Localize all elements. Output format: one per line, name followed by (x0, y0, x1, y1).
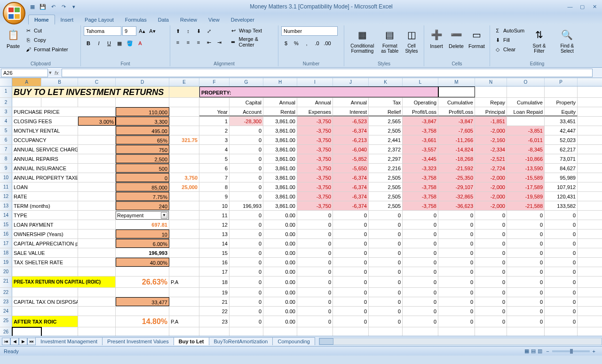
cell[interactable] (230, 327, 263, 336)
cell[interactable]: 0 (475, 239, 507, 248)
clear-button[interactable]: ◇Clear (493, 45, 525, 54)
cell[interactable]: 0 (333, 288, 369, 297)
cell[interactable]: 0 (438, 211, 475, 220)
cell[interactable]: 3,861.00 (263, 164, 297, 173)
cell[interactable]: 3,861.00 (263, 135, 297, 144)
cell[interactable] (12, 288, 78, 297)
qat-dropdown-icon[interactable]: ▾ (70, 2, 78, 11)
cell[interactable]: 0 (297, 211, 333, 220)
cell[interactable] (169, 229, 199, 238)
cell[interactable]: -6,523 (333, 117, 369, 126)
maximize-button[interactable]: ▢ (577, 3, 588, 10)
cell[interactable]: 10 (116, 229, 169, 238)
cell[interactable]: 0 (230, 182, 263, 191)
cell[interactable]: 2,216 (369, 164, 403, 173)
first-sheet-button[interactable]: ⏮ (2, 338, 10, 345)
cell[interactable]: -11,266 (438, 135, 475, 144)
cell[interactable]: OWNERSHIP (Years) (12, 229, 78, 238)
cell[interactable] (78, 154, 116, 163)
cell[interactable] (78, 211, 116, 220)
row-header-21[interactable]: 21 (0, 277, 12, 287)
cell[interactable]: 0 (230, 173, 263, 182)
col-header-G[interactable]: G (230, 78, 263, 86)
cell[interactable]: -3,750 (297, 154, 333, 163)
cell[interactable]: 0 (475, 267, 507, 276)
cell[interactable]: 2,372 (369, 145, 403, 154)
type-dropdown[interactable]: Repayment▼ (116, 211, 169, 220)
cell[interactable] (78, 258, 116, 267)
cell[interactable]: 0 (403, 229, 438, 238)
cell[interactable]: 0 (230, 267, 263, 276)
col-header-F[interactable]: F (199, 78, 230, 86)
cell[interactable]: -3,445 (403, 154, 438, 163)
cell[interactable] (12, 307, 78, 316)
align-middle-icon[interactable]: ↕ (183, 26, 193, 36)
cell[interactable] (78, 192, 116, 201)
cell[interactable]: 0 (369, 229, 403, 238)
row-header-8[interactable]: 8 (0, 154, 12, 163)
cell[interactable]: 0 (230, 126, 263, 135)
zoom-in-button[interactable]: + (593, 348, 595, 354)
row-header-5[interactable]: 5 (0, 126, 12, 135)
cell[interactable]: 3,750 (169, 173, 199, 182)
cell[interactable] (403, 327, 438, 336)
scroll-thumb[interactable] (319, 338, 333, 345)
border-button[interactable]: ▦ (115, 39, 124, 48)
cell[interactable]: 3,861.00 (263, 154, 297, 163)
cell[interactable]: 0 (230, 277, 263, 287)
cell[interactable]: TYPE (12, 211, 78, 220)
cell[interactable]: 0 (369, 220, 403, 229)
cell[interactable]: 84,627 (545, 164, 578, 173)
cell[interactable]: -15,589 (507, 173, 545, 182)
row-header-1[interactable]: 1 (0, 87, 12, 97)
cell[interactable]: 95,989 (545, 173, 578, 182)
cell[interactable]: 1 (199, 117, 230, 126)
cell[interactable]: 0 (475, 229, 507, 238)
cell[interactable]: 0 (369, 211, 403, 220)
fill-color-button[interactable]: 🪣 (125, 39, 135, 48)
cell[interactable]: 321.75 (169, 135, 199, 144)
cell[interactable] (169, 192, 199, 201)
cell[interactable]: -21,588 (507, 201, 545, 210)
conditional-formatting-button[interactable]: ▦Conditional Formatting (347, 26, 378, 55)
col-header-A[interactable]: A (12, 78, 41, 86)
cell[interactable]: 52,023 (545, 135, 578, 144)
cell[interactable]: 0 (438, 258, 475, 267)
cell[interactable]: -3,847 (403, 117, 438, 126)
cell[interactable]: 0.00 (263, 288, 297, 297)
cell[interactable]: -6,374 (333, 201, 369, 210)
cell[interactable]: 0 (475, 211, 507, 220)
format-cells-button[interactable]: ▭Format (467, 26, 487, 50)
cell[interactable]: 3,861.00 (263, 173, 297, 182)
row-header-6[interactable]: 6 (0, 135, 12, 144)
cell[interactable]: 3.00% (78, 117, 116, 126)
sheet-tab-buy-to-let[interactable]: Buy to Let (174, 337, 209, 345)
cell[interactable]: 65% (116, 135, 169, 144)
decrease-font-icon[interactable]: A▾ (148, 26, 157, 36)
row-header-24[interactable]: 24 (0, 307, 12, 316)
cell[interactable]: 0 (403, 316, 438, 327)
cell[interactable]: 0 (333, 297, 369, 306)
cell[interactable]: 0 (230, 316, 263, 327)
tab-developer[interactable]: Developer (225, 15, 260, 24)
cell[interactable]: -8,345 (507, 145, 545, 154)
row-header-12[interactable]: 12 (0, 192, 12, 201)
cell[interactable]: 18 (199, 277, 230, 287)
cell[interactable]: 0 (438, 288, 475, 297)
cell[interactable]: -3,750 (297, 182, 333, 191)
cell[interactable]: 0 (438, 220, 475, 229)
cell[interactable]: 0 (438, 229, 475, 238)
cell[interactable]: -3,750 (297, 126, 333, 135)
cell[interactable]: MONTHLY RENTAL (12, 126, 78, 135)
selected-cell[interactable] (12, 327, 41, 336)
cell[interactable]: 0 (230, 135, 263, 144)
row-header-7[interactable]: 7 (0, 145, 12, 154)
cell[interactable] (78, 267, 116, 276)
cell[interactable] (545, 327, 578, 336)
cell[interactable]: 0 (333, 229, 369, 238)
cell[interactable] (78, 182, 116, 191)
row-header-11[interactable]: 11 (0, 182, 12, 191)
cell[interactable]: 0 (230, 192, 263, 201)
delete-cells-button[interactable]: ➖Delete (447, 26, 466, 50)
col-header-O[interactable]: O (507, 78, 545, 86)
